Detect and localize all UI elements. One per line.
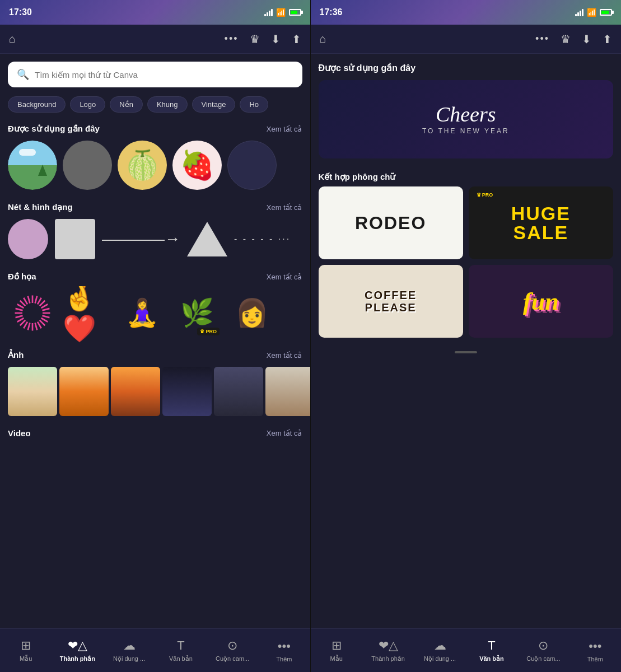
shape-square[interactable] <box>55 219 95 259</box>
font-item-huge-sale[interactable]: ♛PRO HUGE SALE <box>469 186 613 259</box>
font-item-fun[interactable]: fun <box>469 265 613 338</box>
tab-cuon-cam[interactable]: ⊙ Cuộn cam... <box>207 638 258 662</box>
tab-mau-label: Mẫu <box>20 655 32 662</box>
photo-dance[interactable] <box>162 367 212 416</box>
chip-logo[interactable]: Logo <box>70 96 105 113</box>
svg-line-22 <box>24 298 27 305</box>
recent-see-all[interactable]: Xem tất cả <box>267 125 302 133</box>
more-options-icon[interactable]: ••• <box>225 33 239 45</box>
graphics-row: 🤞❤️ 🧘‍♀️ 🌿 ♛PRO 👩 <box>0 286 310 344</box>
font-item-coffee[interactable]: COFFEE PLEASE <box>319 265 463 338</box>
fun-text: fun <box>523 287 559 316</box>
right-share-icon[interactable]: ⬆ <box>603 32 612 46</box>
share-icon[interactable]: ⬆ <box>292 32 301 46</box>
tab-noi-dung[interactable]: ☁ Nội dung ... <box>104 638 155 662</box>
photo-kiss[interactable] <box>214 367 263 416</box>
graphic-woman[interactable]: 🧘‍♀️ <box>118 288 167 338</box>
recent-item-circle[interactable] <box>63 141 112 190</box>
chip-nen[interactable]: Nền <box>110 96 143 113</box>
right-crown-icon[interactable]: ♛ <box>561 32 571 46</box>
graphics-see-all[interactable]: Xem tất cả <box>267 273 302 281</box>
right-battery-icon <box>600 9 612 16</box>
font-combo-title: Kết hợp phông chữ <box>319 172 614 182</box>
search-input[interactable] <box>35 70 293 80</box>
tab-them-left[interactable]: ••• Thêm <box>258 639 310 662</box>
cheers-subtitle: TO THE NEW YEAR <box>422 127 510 135</box>
photos-section-header: Ảnh Xem tất cả <box>0 344 310 365</box>
tab-van-ban-label: Văn bản <box>169 655 193 662</box>
svg-line-5 <box>42 309 49 310</box>
svg-line-10 <box>38 322 41 329</box>
cheers-banner[interactable]: Cheers TO THE NEW YEAR <box>319 80 614 158</box>
home-icon[interactable]: ⌂ <box>9 32 16 45</box>
nav-icons-right: ••• ♛ ⬇ ⬆ <box>225 32 301 46</box>
svg-line-2 <box>38 298 41 305</box>
photo-woman[interactable] <box>59 367 109 416</box>
svg-line-21 <box>20 301 26 306</box>
photos-title: Ảnh <box>8 350 24 360</box>
graphic-woman2[interactable]: 👩 <box>227 288 277 338</box>
right-tab-thanh-phan[interactable]: ❤︎△ Thành phần <box>362 638 414 662</box>
graphic-leaf[interactable]: 🌿 ♛PRO <box>172 288 222 338</box>
graphic-burst[interactable] <box>8 288 57 338</box>
photos-see-all[interactable]: Xem tất cả <box>267 351 302 360</box>
right-tab-noi-dung-label: Nội dung ... <box>424 655 456 662</box>
shape-dashed[interactable]: - - - - - ··· <box>234 234 291 244</box>
font-item-rodeo[interactable]: RODEO <box>319 186 463 259</box>
right-more-options-icon[interactable]: ••• <box>535 33 549 45</box>
svg-line-3 <box>40 301 45 306</box>
shape-circle[interactable] <box>8 219 48 259</box>
right-tab-cuon-cam[interactable]: ⊙ Cuộn cam... <box>517 638 569 662</box>
left-top-nav: ⌂ ••• ♛ ⬇ ⬆ <box>0 25 310 54</box>
search-bar[interactable]: 🔍 <box>8 62 302 87</box>
svg-line-14 <box>24 322 27 329</box>
right-home-icon[interactable]: ⌂ <box>320 32 326 45</box>
right-tab-noi-dung[interactable]: ☁ Nội dung ... <box>414 638 465 662</box>
photo-man[interactable] <box>265 367 310 416</box>
scroll-handle <box>455 351 477 353</box>
tab-mau[interactable]: ⊞ Mẫu <box>0 638 52 662</box>
shapes-see-all[interactable]: Xem tất cả <box>267 203 302 212</box>
tab-thanh-phan[interactable]: ❤︎△ Thành phần <box>52 638 103 662</box>
right-download-icon[interactable]: ⬇ <box>582 32 591 46</box>
chip-vintage[interactable]: Vintage <box>192 96 236 113</box>
recent-item-partial[interactable] <box>227 141 277 190</box>
svg-line-4 <box>41 304 48 308</box>
chip-ho[interactable]: Ho <box>240 96 268 113</box>
coffee-text: COFFEE PLEASE <box>365 289 417 314</box>
wifi-icon: 📶 <box>276 8 286 17</box>
recent-item-landscape[interactable] <box>8 141 57 190</box>
right-tab-mau[interactable]: ⊞ Mẫu <box>311 638 362 662</box>
leaf-pro-badge: ♛PRO <box>197 328 220 335</box>
right-wifi-icon: 📶 <box>587 8 596 17</box>
shape-arrow[interactable]: ————→ <box>102 230 180 248</box>
chip-khung[interactable]: Khung <box>147 96 188 113</box>
right-status-icons: 📶 <box>575 8 612 17</box>
shapes-section-header: Nét & hình dạng Xem tất cả <box>0 197 310 217</box>
right-phone-body: Được sử dụng gần đây Cheers TO THE NEW Y… <box>311 54 622 628</box>
tab-van-ban[interactable]: T Văn bản <box>155 638 207 662</box>
right-tab-van-ban[interactable]: T Văn bản <box>466 638 517 662</box>
svg-line-23 <box>28 296 30 304</box>
crown-icon[interactable]: ♛ <box>250 32 260 46</box>
photos-row <box>0 365 310 423</box>
grid-icon: ⊞ <box>21 638 31 653</box>
right-top-nav: ⌂ ••• ♛ ⬇ ⬆ <box>311 25 622 54</box>
photo-meadow[interactable] <box>8 367 57 416</box>
right-signal-icon <box>575 9 583 16</box>
right-tab-them[interactable]: ••• Thêm <box>569 639 621 662</box>
recent-item-durian[interactable]: 🍈 <box>118 141 167 190</box>
download-icon[interactable]: ⬇ <box>271 32 281 46</box>
graphic-heart-fingers[interactable]: 🤞❤️ <box>63 288 112 338</box>
video-see-all[interactable]: Xem tất cả <box>267 429 302 437</box>
left-phone-body: 🔍 Background Logo Nền Khung Vintage Ho Đ… <box>0 54 310 628</box>
right-time: 17:36 <box>320 7 343 17</box>
right-panel: 17:36 📶 ⌂ ••• ♛ ⬇ ⬆ Được sử dụng gầ <box>311 0 622 672</box>
left-status-bar: 17:30 📶 <box>0 0 310 25</box>
svg-line-7 <box>42 316 49 318</box>
shape-triangle[interactable] <box>187 222 227 256</box>
photo-sunset[interactable] <box>111 367 160 416</box>
right-nav-icons-right: ••• ♛ ⬇ ⬆ <box>535 32 612 46</box>
recent-item-strawberry[interactable]: 🍓 <box>172 141 222 190</box>
chip-background[interactable]: Background <box>8 96 66 113</box>
